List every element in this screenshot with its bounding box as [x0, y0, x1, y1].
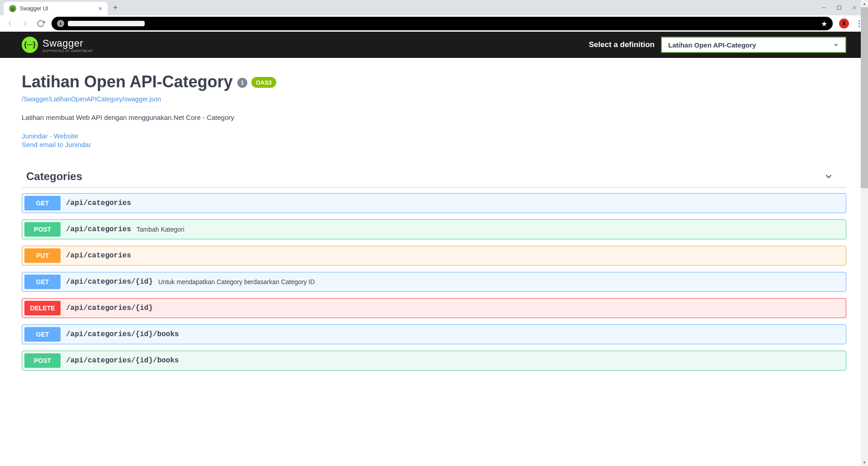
tab-title: Swagger UI — [20, 5, 95, 12]
contact-email-link[interactable]: Send email to Junindar — [22, 141, 846, 148]
definition-selector-wrap: Select a definition Latihan Open API-Cat… — [589, 37, 846, 53]
spec-url-link[interactable]: /Swagger/LatihanOpenAPICategory/swagger.… — [22, 95, 161, 103]
tag-header[interactable]: Categories — [22, 170, 846, 188]
scrollbar[interactable]: ▲ ▼ — [861, 0, 868, 391]
tag-section: Categories GET/api/categoriesPOST/api/ca… — [22, 170, 846, 371]
operation-block[interactable]: GET/api/categories/{id}/books — [22, 324, 846, 344]
chevron-down-icon — [833, 42, 839, 48]
tab-bar: {} Swagger UI × + — [0, 0, 868, 15]
scroll-up-icon[interactable]: ▲ — [861, 0, 868, 7]
method-badge: PUT — [24, 248, 61, 263]
extension-icon[interactable]: X — [839, 19, 849, 29]
swagger-topbar: {···} Swagger Supported by SMARTBEAR Sel… — [0, 32, 868, 58]
method-badge: GET — [24, 196, 61, 210]
operation-block[interactable]: GET/api/categories/{id}Untuk mendapatkan… — [22, 272, 846, 292]
browser-toolbar: i ★ X — [0, 15, 868, 32]
swagger-content: Latihan Open API-Category 1 OAS3 /Swagge… — [0, 58, 868, 391]
operation-block[interactable]: PUT/api/categories — [22, 246, 846, 266]
operations-list: GET/api/categoriesPOST/api/categoriesTam… — [22, 193, 846, 371]
scrollbar-thumb[interactable] — [861, 7, 868, 188]
operation-path: /api/categories/{id} — [61, 278, 158, 286]
browser-tab[interactable]: {} Swagger UI × — [4, 2, 108, 15]
operation-description: Tambah Kategori — [137, 226, 184, 233]
reload-icon[interactable] — [36, 19, 45, 28]
forward-icon[interactable] — [21, 19, 30, 28]
method-badge: GET — [24, 275, 61, 289]
operation-path: /api/categories/{id} — [61, 304, 158, 312]
definition-selected-value: Latihan Open API-Category — [668, 41, 756, 49]
method-badge: POST — [24, 353, 61, 368]
bookmark-star-icon[interactable]: ★ — [821, 19, 827, 28]
operation-block[interactable]: GET/api/categories — [22, 193, 846, 213]
operation-block[interactable]: POST/api/categoriesTambah Kategori — [22, 219, 846, 239]
definition-label: Select a definition — [589, 40, 655, 49]
swagger-favicon-icon: {} — [9, 5, 16, 12]
logo-text: Swagger — [42, 38, 93, 49]
operation-path: /api/categories/{id}/books — [61, 330, 184, 338]
operation-path: /api/categories — [61, 252, 137, 260]
method-badge: GET — [24, 327, 61, 342]
maximize-icon[interactable] — [835, 4, 843, 11]
method-badge: POST — [24, 222, 61, 237]
api-description: Latihan membuat Web API dengan menggunak… — [22, 114, 846, 121]
operation-path: /api/categories — [61, 225, 137, 233]
operation-block[interactable]: POST/api/categories/{id}/books — [22, 351, 846, 371]
new-tab-button[interactable]: + — [113, 3, 118, 13]
operation-path: /api/categories/{id}/books — [61, 357, 184, 365]
minimize-icon[interactable] — [820, 4, 827, 11]
swagger-logo[interactable]: {···} Swagger Supported by SMARTBEAR — [22, 37, 93, 53]
swagger-logo-icon: {···} — [22, 37, 38, 53]
svg-rect-2 — [837, 6, 841, 10]
tag-name: Categories — [22, 170, 82, 183]
operation-block[interactable]: DELETE/api/categories/{id} — [22, 298, 846, 318]
info-icon[interactable]: i — [57, 20, 64, 27]
api-title: Latihan Open API-Category — [22, 72, 233, 91]
logo-subtext: Supported by SMARTBEAR — [42, 49, 93, 52]
oas-badge: OAS3 — [251, 77, 276, 88]
browser-chrome: {} Swagger UI × + i ★ X — [0, 0, 868, 32]
back-icon[interactable] — [5, 19, 14, 28]
method-badge: DELETE — [24, 301, 61, 315]
operation-path: /api/categories — [61, 199, 137, 207]
close-window-icon[interactable] — [851, 4, 858, 11]
url-masked — [68, 21, 145, 26]
close-icon[interactable]: × — [99, 5, 102, 12]
address-bar[interactable]: i ★ — [52, 17, 833, 30]
version-badge: 1 — [237, 78, 247, 88]
api-title-wrap: Latihan Open API-Category 1 OAS3 — [22, 72, 846, 91]
operation-description: Untuk mendapatkan Category berdasarkan C… — [158, 278, 315, 285]
definition-select[interactable]: Latihan Open API-Category — [661, 37, 846, 53]
window-controls — [820, 4, 864, 11]
contact-website-link[interactable]: Junindar - Website — [22, 132, 846, 140]
svg-text:{}: {} — [11, 7, 14, 11]
chevron-down-icon — [824, 171, 834, 181]
